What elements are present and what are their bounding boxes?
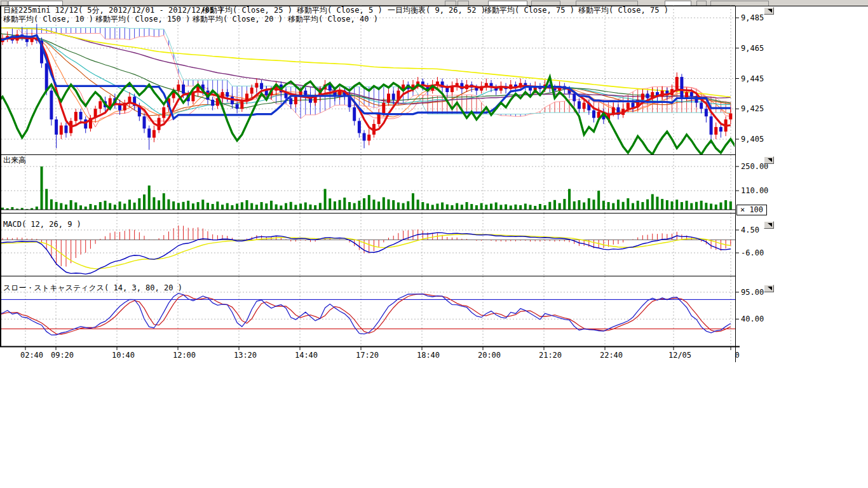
gridlines: [1, 6, 735, 346]
chart-title: 日経225mini 12/12( 5分, 2012/12/01 - 2012/1…: [3, 6, 224, 15]
y-axis-label: 4.50: [741, 226, 759, 234]
chart-application-window: { "legend": { "row1": ["日経225mini 12/12(…: [0, 0, 868, 488]
y-axis-label: 40.00: [741, 315, 764, 323]
y-axis-label: 9,445: [741, 74, 764, 83]
stoch-pane-title: スロー・ストキャスティクス( 14, 3, 80, 20 ): [3, 284, 182, 292]
macd-pane-menu-button[interactable]: [764, 221, 774, 229]
x-axis-label: 14:40: [295, 351, 318, 360]
legend-ma75-b: 移動平均( Close, 75 ): [578, 6, 668, 15]
stoch-pane-menu-button[interactable]: [764, 285, 774, 292]
x-axis-label: 20:00: [478, 351, 501, 360]
y-axis-label: 95.00: [741, 288, 764, 297]
x-axis-label: 21:20: [539, 351, 562, 360]
axis-labels: 9,4859,4659,4459,4259,405250.00110.004.5…: [20, 13, 768, 360]
volume-pane-menu-button[interactable]: [764, 156, 774, 164]
volume-multiplier-label: × 100: [736, 205, 767, 215]
x-axis-label: 17:20: [356, 351, 379, 360]
chart-canvas[interactable]: 9,4859,4659,4459,4259,405250.00110.004.5…: [0, 0, 868, 381]
y-axis-label: 9,465: [741, 44, 764, 53]
x-axis-label: 13:20: [234, 351, 257, 360]
volume-pane-title: 出来高: [3, 156, 26, 165]
macd-pane-title: MACD( 12, 26, 9 ): [3, 220, 81, 229]
price-pane-menu-button[interactable]: [764, 7, 774, 15]
x-axis-label: 12:00: [173, 351, 196, 360]
x-axis-label: 22:40: [600, 351, 623, 360]
x-axis-label: 18:40: [417, 351, 440, 360]
x-axis-label: 12/05: [668, 351, 691, 360]
legend-ichimoku: 一目均衡表( 9, 26, 52 ): [388, 6, 485, 15]
pane-borders: [0, 6, 740, 362]
legend-ma150: 移動平均( Close, 150 ): [95, 15, 190, 24]
legend-ma20: 移動平均( Close, 20 ): [193, 15, 283, 24]
y-axis-label: 110.00: [741, 186, 768, 195]
x-axis-label: 10:40: [112, 351, 135, 360]
legend-ma10: 移動平均( Close, 10 ): [3, 15, 93, 24]
legend-ma40: 移動平均( Close, 40 ): [288, 15, 378, 24]
y-axis-label: 9,425: [741, 104, 764, 113]
legend-ma25: 移動平均( Close, 25 ): [202, 6, 292, 15]
y-axis-label: 9,405: [741, 135, 764, 144]
y-axis-label: -6.00: [741, 248, 764, 257]
volume-bars: [1, 166, 732, 210]
legend-ma75-a: 移動平均( Close, 75 ): [484, 6, 574, 15]
macd-histogram: [3, 226, 731, 267]
y-axis-label: 9,485: [741, 13, 764, 22]
legend-ma5: 移動平均( Close, 5 ): [297, 6, 383, 15]
x-axis-label: 09:20: [51, 351, 74, 360]
x-axis-label: 02:40: [20, 351, 43, 360]
x-axis-label: 0: [735, 351, 739, 360]
